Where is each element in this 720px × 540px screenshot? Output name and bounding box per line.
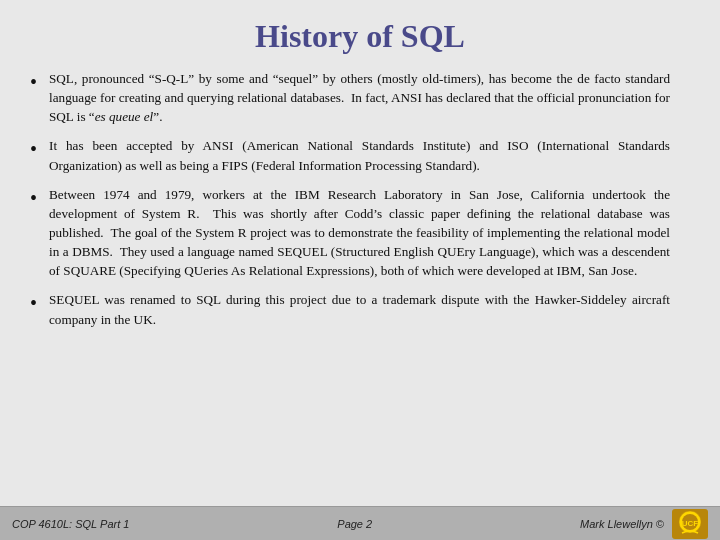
footer-right-area: Mark Llewellyn © UCF	[580, 509, 708, 539]
bullet-item-2: • It has been accepted by ANSI (American…	[30, 136, 670, 174]
slide-title: History of SQL	[0, 0, 720, 65]
bullet-item-1: • SQL, pronounced “S-Q-L” by some and “s…	[30, 69, 670, 126]
bullet-dot-2: •	[30, 137, 37, 161]
bullet-dot-4: •	[30, 291, 37, 315]
footer-left: COP 4610L: SQL Part 1	[12, 518, 129, 530]
bullet-dot-1: •	[30, 70, 37, 94]
footer-right: Mark Llewellyn ©	[580, 518, 664, 530]
bullet-item-3: • Between 1974 and 1979, workers at the …	[30, 185, 670, 281]
ucf-logo-icon: UCF	[672, 509, 708, 539]
bullet-text-1: SQL, pronounced “S-Q-L” by some and “seq…	[49, 69, 670, 126]
svg-text:UCF: UCF	[682, 519, 699, 528]
footer-center: Page 2	[337, 518, 372, 530]
slide-footer: COP 4610L: SQL Part 1 Page 2 Mark Llewel…	[0, 506, 720, 540]
bullet-item-4: • SEQUEL was renamed to SQL during this …	[30, 290, 670, 328]
slide-content: • SQL, pronounced “S-Q-L” by some and “s…	[0, 65, 720, 506]
bullet-text-3: Between 1974 and 1979, workers at the IB…	[49, 185, 670, 281]
bullet-text-4: SEQUEL was renamed to SQL during this pr…	[49, 290, 670, 328]
bullet-text-2: It has been accepted by ANSI (American N…	[49, 136, 670, 174]
italic-text-1: es queue el	[95, 109, 154, 124]
bullet-dot-3: •	[30, 186, 37, 210]
slide: History of SQL • SQL, pronounced “S-Q-L”…	[0, 0, 720, 540]
